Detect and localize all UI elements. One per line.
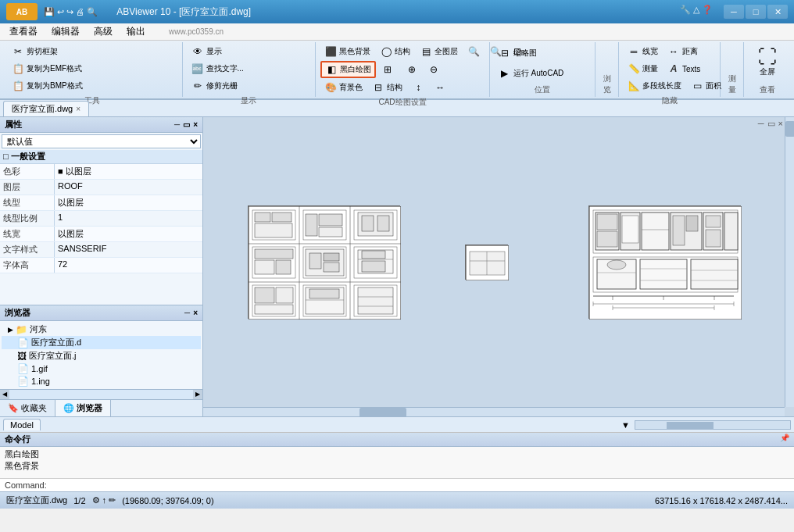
copy-bmp-button[interactable]: 📋 复制为BMP格式: [8, 78, 177, 94]
horizontal-scrollbar[interactable]: ◀ ▶: [0, 389, 202, 398]
fullscreen-icon: ⛶: [758, 49, 777, 65]
menu-item-output[interactable]: 输出: [120, 23, 152, 40]
menu-bar: 查看器 编辑器 高级 输出 www.pc0359.cn: [0, 23, 794, 41]
doc-tab-close-button[interactable]: ×: [76, 105, 80, 113]
h-scroll-thumb[interactable]: [359, 408, 406, 416]
command-header: 命令行 📌: [0, 433, 794, 447]
bw-drawing-button[interactable]: ◧ 黑白绘图: [320, 61, 376, 78]
menu-item-advanced[interactable]: 高级: [88, 23, 119, 40]
cad-buttons-container: ⬛ 黑色背景 ◯ 结构 ▤ 全图层 🔍: [320, 44, 485, 95]
cut-frame-button[interactable]: ✂ 剪切框架: [8, 44, 177, 59]
texts-button[interactable]: A Texts: [663, 61, 704, 77]
edit-light-button[interactable]: ✏ 修剪光栅: [188, 78, 311, 94]
find-text-button[interactable]: 🔤 查找文字...: [188, 61, 311, 77]
vertical-scrollbar[interactable]: [785, 117, 794, 407]
bg-color-button[interactable]: 🎨 育景色: [320, 80, 367, 95]
properties-filter-select[interactable]: 默认值: [2, 134, 201, 148]
scroll-track[interactable]: [9, 390, 193, 399]
pos-btn2[interactable]: ↔: [430, 80, 450, 95]
canvas-maximize-icon[interactable]: ▭: [767, 119, 775, 129]
menu-item-editor[interactable]: 编辑器: [45, 23, 86, 40]
copy-emf-icon: 📋: [12, 62, 24, 75]
cut-frame-icon: ✂: [12, 45, 24, 58]
thumbnail-button[interactable]: ⊟ 缩略图: [495, 44, 590, 62]
structure-btn2[interactable]: ⊟ 结构: [368, 80, 406, 95]
panel-minimize-icon[interactable]: ─: [174, 120, 180, 129]
model-tab-arrow[interactable]: ▼: [621, 420, 630, 430]
pos-btn1[interactable]: ↕: [408, 80, 428, 95]
canvas-area[interactable]: ─ ▭ ×: [203, 117, 794, 416]
browser-panel: 浏览器 ─ × ▶ 📁 河东 📄 医疗室立面.d 🖼 医疗室: [0, 305, 202, 399]
command-input[interactable]: [50, 480, 789, 490]
fullscreen-button[interactable]: ⛶ 全屏: [752, 44, 783, 83]
maximize-button[interactable]: □: [746, 5, 766, 19]
area-button[interactable]: ▭ 面积: [687, 78, 725, 94]
svg-rect-15: [362, 216, 374, 231]
dwg-svg-middle: [466, 245, 509, 280]
run-autocad-button[interactable]: ▶ 运行 AutoCAD: [495, 64, 590, 83]
copy-emf-button[interactable]: 📋 复制为EMF格式: [8, 61, 177, 77]
canvas-close-icon[interactable]: ×: [778, 119, 783, 129]
hide-buttons-container: ═ 线宽 ↔ 距离 📏 测量 A Texts: [624, 44, 715, 94]
black-bg-button[interactable]: ⬛ 黑色背景: [320, 44, 374, 59]
v-scroll-thumb[interactable]: [785, 121, 794, 137]
distance-button[interactable]: ↔ 距离: [663, 44, 702, 59]
svg-rect-11: [319, 214, 342, 226]
zoom-btn3[interactable]: ⊖: [424, 61, 444, 78]
dwg-drawing-left: [248, 205, 400, 319]
list-item[interactable]: ▶ 📁 河东: [2, 323, 201, 336]
command-pin-icon[interactable]: 📌: [780, 434, 789, 445]
structure-button[interactable]: ⊞: [377, 61, 400, 78]
model-tab[interactable]: Model: [3, 419, 41, 430]
bg-color-icon: 🎨: [324, 81, 337, 94]
cad-row2: ◧ 黑白绘图 ⊞ ⊕ ⊖: [320, 61, 485, 78]
work-area: 属性 ─ ▭ × 默认值 □ 一般设置 色彩 ■ 以图层 图层: [0, 117, 794, 416]
panel-close-icon[interactable]: ▭: [183, 120, 190, 129]
zoom-btn2[interactable]: ⊕: [402, 61, 422, 78]
list-item[interactable]: 🖼 医疗室立面.j: [2, 349, 201, 362]
tab-bookmarks[interactable]: 🔖 收藏夹: [0, 400, 55, 416]
layers-button[interactable]: ▤ 全图层: [416, 44, 462, 59]
layers-icon: ▤: [420, 45, 432, 58]
menu-item-viewer[interactable]: 查看器: [3, 23, 44, 40]
display-icon: 👁: [191, 45, 204, 58]
folder-icon: 📁: [16, 324, 27, 335]
properties-section: □ 一般设置: [0, 150, 202, 164]
list-item[interactable]: 📄 1.ing: [2, 375, 201, 387]
horizontal-scrollbar-canvas[interactable]: [203, 407, 785, 416]
properties-filter[interactable]: 默认值: [0, 133, 202, 150]
browser-close-icon[interactable]: ×: [193, 309, 198, 317]
multiline-len-button[interactable]: 📐 多段线长度: [624, 78, 685, 94]
round-arc-button[interactable]: ◯ 结构: [376, 44, 414, 59]
command-area: 命令行 📌 黑白绘图 黑色背景 Command:: [0, 432, 794, 491]
distance-icon: ↔: [667, 45, 680, 58]
hide-group-label: 隐藏: [662, 95, 678, 106]
canvas-minimize-icon[interactable]: ─: [758, 119, 764, 129]
zoom-in-button[interactable]: 🔍: [463, 44, 484, 59]
tab-browser[interactable]: 🌐 浏览器: [55, 400, 111, 416]
panel-pin-icon[interactable]: ×: [193, 120, 198, 129]
browser-pin-icon[interactable]: ─: [184, 309, 190, 317]
table-row: 线型比例 1: [0, 211, 202, 227]
svg-rect-8: [255, 223, 292, 237]
tab-scroll-track[interactable]: [635, 420, 791, 430]
measure-icon: 📏: [628, 62, 640, 75]
ribbon-group-tools: ✂ 剪切框架 📋 复制为EMF格式 📋 复制为BMP格式 工具: [3, 42, 183, 97]
list-item[interactable]: 📄 1.gif: [2, 362, 201, 375]
tab-scroll-thumb[interactable]: [667, 422, 714, 430]
doc-tab-main[interactable]: 医疗室立面.dwg ×: [3, 101, 89, 116]
minimize-button[interactable]: ─: [724, 5, 744, 19]
svg-rect-33: [276, 287, 293, 303]
linewidth-button[interactable]: ═ 线宽: [624, 44, 662, 59]
scroll-right-button[interactable]: ▶: [193, 390, 202, 399]
display-button[interactable]: 👁 显示: [188, 44, 311, 59]
scroll-left-button[interactable]: ◀: [0, 390, 9, 399]
dwg-file-icon: 📄: [17, 337, 29, 348]
display-group-label: 显示: [241, 95, 256, 106]
list-item[interactable]: 📄 医疗室立面.d: [2, 336, 201, 349]
table-row: 文字样式 SANSSERIF: [0, 242, 202, 258]
properties-header: 属性 ─ ▭ ×: [0, 117, 202, 133]
measure-button[interactable]: 📏 测量: [624, 61, 662, 77]
close-button[interactable]: ✕: [767, 5, 788, 19]
table-row: 图层 ROOF: [0, 180, 202, 195]
